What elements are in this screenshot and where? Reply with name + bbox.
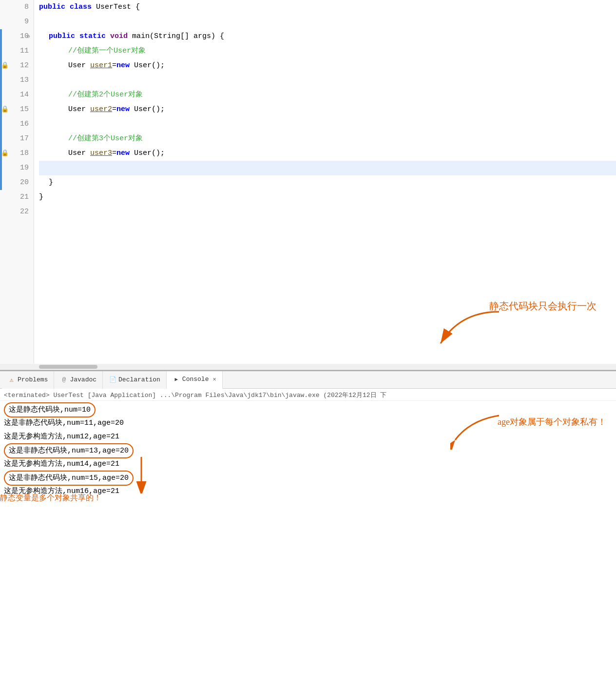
- tab-declaration-label: Declaration: [118, 376, 160, 383]
- bottom-left-annotation-text: 静态变量是多个对象共享的！: [0, 493, 101, 502]
- code-content: public class UserTest { public static vo…: [34, 0, 616, 370]
- tab-problems[interactable]: ⚠ Problems: [2, 371, 54, 389]
- code-line-13: [39, 73, 616, 88]
- code-editor: 8 9 ⊖ 10 11 🔒 12 13 14 🔒 15 16 17: [0, 0, 616, 370]
- console-line-6: 这是非静态代码块,num=15,age=20: [4, 471, 612, 485]
- code-line-9: [39, 15, 616, 29]
- console-output: 这是静态代码块,num=10 这是非静态代码块,num=11,age=20 这是…: [0, 401, 616, 500]
- line-num-18: 🔒 18: [0, 146, 34, 161]
- code-line-10: public static void main(String[] args) {: [39, 29, 616, 44]
- code-line-20: }: [39, 175, 616, 190]
- code-line-12: User user1=new User();: [39, 58, 616, 73]
- tab-console-close[interactable]: ✕: [212, 376, 216, 383]
- line-num-19: 19: [0, 161, 34, 175]
- declaration-icon: 📄: [109, 376, 116, 384]
- console-text-5: 这是无参构造方法,num14,age=21: [4, 458, 119, 471]
- code-line-22: [39, 205, 616, 219]
- right-annotation: age对象属于每个对象私有！: [498, 416, 606, 428]
- code-line-14: //创建第2个User对象: [39, 88, 616, 102]
- tab-javadoc-label: Javadoc: [70, 376, 96, 383]
- lock-icon-12: 🔒: [1, 58, 9, 73]
- console-text-3: 这是无参构造方法,num12,age=21: [4, 431, 119, 443]
- lock-icon-15: 🔒: [1, 102, 9, 117]
- line-num-16: 16: [0, 117, 34, 132]
- code-line-19: [39, 161, 616, 175]
- console-text-1: 这是静态代码块,num=10: [9, 406, 91, 414]
- code-line-16: [39, 117, 616, 132]
- fold-icon-10[interactable]: ⊖: [27, 29, 30, 44]
- console-line-1: 这是静态代码块,num=10: [4, 403, 612, 416]
- problems-icon: ⚠: [8, 376, 16, 384]
- line-num-12: 🔒 12: [0, 58, 34, 73]
- line-num-14: 14: [0, 88, 34, 102]
- line-num-9: 9: [0, 15, 34, 29]
- line-num-11: 11: [0, 44, 34, 58]
- console-text-6: 这是非静态代码块,num=15,age=20: [9, 474, 129, 482]
- console-text-4: 这是非静态代码块,num=13,age=20: [9, 447, 129, 455]
- javadoc-icon: @: [60, 376, 68, 384]
- code-line-21: }: [39, 190, 616, 205]
- console-icon: ▶: [173, 376, 180, 383]
- console-line-5: 这是无参构造方法,num14,age=21: [4, 457, 612, 471]
- line-num-17: 17: [0, 132, 34, 146]
- line-number-list: 8 9 ⊖ 10 11 🔒 12 13 14 🔒 15 16 17: [0, 0, 34, 219]
- console-line-4: 这是非静态代码块,num=13,age=20: [4, 444, 612, 457]
- line-num-22: 22: [0, 205, 34, 219]
- line-num-10: ⊖ 10: [0, 29, 34, 44]
- bottom-panel: ⚠ Problems @ Javadoc 📄 Declaration ▶ Con…: [0, 370, 616, 500]
- tab-problems-label: Problems: [18, 376, 48, 383]
- arrow-svg-right: [450, 411, 509, 450]
- line-num-15: 🔒 15: [0, 102, 34, 117]
- code-line-18: User user3=new User();: [39, 146, 616, 161]
- console-line-3: 这是无参构造方法,num12,age=21: [4, 430, 612, 444]
- code-line-11: //创建第一个User对象: [39, 44, 616, 58]
- editor-scrollbar[interactable]: [0, 364, 616, 370]
- console-terminated-line: <terminated> UserTest [Java Application]…: [0, 389, 616, 401]
- console-text-2: 这是非静态代码块,num=11,age=20: [4, 417, 124, 430]
- line-num-21: 21: [0, 190, 34, 205]
- tab-declaration[interactable]: 📄 Declaration: [103, 371, 167, 389]
- tab-javadoc[interactable]: @ Javadoc: [54, 371, 103, 389]
- bottom-left-annotation: 静态变量是多个对象共享的！: [0, 492, 101, 504]
- arrow-svg-top: [421, 309, 509, 353]
- code-line-8: public class UserTest {: [39, 0, 616, 15]
- console-terminated-text: <terminated> UserTest [Java Application]…: [4, 392, 386, 399]
- tab-console[interactable]: ▶ Console ✕: [167, 371, 223, 389]
- line-num-13: 13: [0, 73, 34, 88]
- line-num-8: 8: [0, 0, 34, 15]
- code-line-15: User user2=new User();: [39, 102, 616, 117]
- tab-console-label: Console: [182, 376, 209, 383]
- line-gutter: 8 9 ⊖ 10 11 🔒 12 13 14 🔒 15 16 17: [0, 0, 34, 370]
- tab-bar: ⚠ Problems @ Javadoc 📄 Declaration ▶ Con…: [0, 371, 616, 389]
- code-line-17: //创建第3个User对象: [39, 132, 616, 146]
- lock-icon-18: 🔒: [1, 146, 9, 161]
- scrollbar-thumb[interactable]: [39, 365, 97, 369]
- top-annotation: 静态代码块只会执行一次: [489, 300, 597, 313]
- line-num-20: 20: [0, 175, 34, 190]
- right-annotation-text: age对象属于每个对象私有！: [498, 417, 606, 427]
